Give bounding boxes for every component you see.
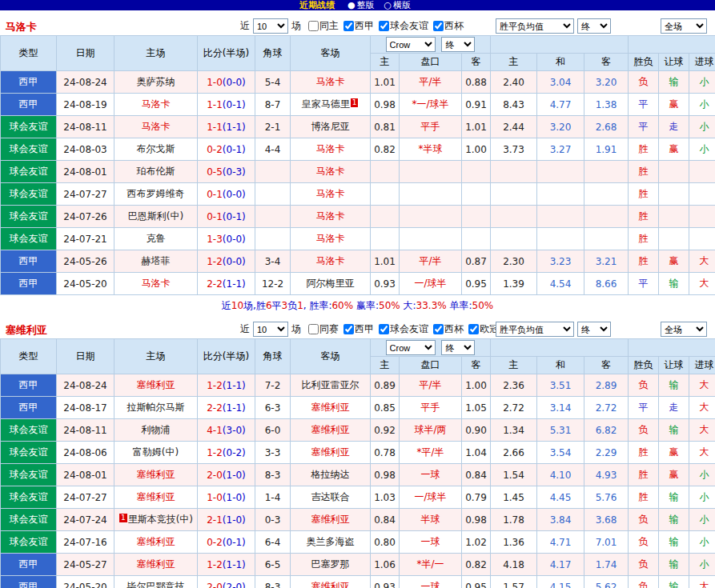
col-corner: 角球 [255,339,291,374]
home-team: 塞维利亚 [114,486,198,509]
half-time-score: (0-2) [223,447,246,458]
match-date: 24-08-24 [57,374,114,397]
handicap-line: 平/半 [400,71,462,94]
match-score: 2-1(1-0) [198,509,255,531]
col-result: 胜负 [629,54,659,71]
league-type: 西甲 [1,576,57,588]
checkbox-input[interactable] [433,324,444,334]
odds-final-select[interactable]: 终 [441,340,475,355]
away-odds: 0.87 [462,250,491,273]
filter-checkbox[interactable]: 同主 [304,19,339,33]
avg-home-odds: 1.78 [491,509,537,531]
section-header-bar: 塞维利亚 近 10 场 同赛西甲球会友谊西杯欧冠杯 胜平负均值 终 全场 [0,321,715,338]
match-date: 24-07-27 [57,183,114,206]
full-time-score: 0-1 [207,189,223,200]
unit-label: 场 [291,322,301,336]
checkbox-label: 球会友谊 [390,322,428,336]
goals-cell: 大 [689,250,715,273]
checkbox-input[interactable] [379,21,389,31]
goals-cell: 大 [689,576,715,588]
team-name: 塞维利亚 [311,514,350,525]
odds-provider-select[interactable]: Crow [386,37,436,52]
goals-cell: 小 [689,531,715,554]
league-type: 球会友谊 [1,138,57,161]
avg-odds-type-select[interactable]: 胜平负均值 [496,18,574,34]
filter-checkbox[interactable]: 同赛 [304,322,339,336]
filter-checkbox[interactable]: 球会友谊 [375,322,428,336]
result-cell: 胜 [629,206,659,228]
radio-horizontal-version[interactable]: ○横版 [384,0,412,10]
match-count-select[interactable]: 10 [253,18,288,34]
home-team: 1里斯本竞技(中) [114,509,198,531]
away-odds: 0.95 [462,576,491,588]
goals-cell [689,206,715,228]
match-date: 24-05-27 [57,554,114,576]
odds-final-select[interactable]: 终 [441,37,475,52]
checkbox-input[interactable] [379,324,389,334]
full-match-select[interactable]: 全场 [661,18,707,34]
team-name: 塞维利亚 [311,424,350,435]
team-name: 巴恩斯利(中) [128,210,183,222]
team-name: 比利亚雷亚尔 [302,379,360,390]
handicap-result-cell: 输 [659,554,689,576]
match-count-select[interactable]: 10 [253,322,288,337]
match-date: 24-05-26 [57,250,114,273]
match-date: 24-08-01 [57,161,114,183]
match-score: 0-1(0-0) [198,183,255,206]
checkbox-input[interactable] [433,21,444,31]
goals-cell [689,228,715,250]
goals-cell: 小 [689,116,715,138]
match-date: 24-07-26 [57,206,114,228]
radio-full-version[interactable]: ●整版 [347,0,375,10]
away-odds [462,183,491,206]
avg-home-odds: 1.39 [491,273,537,295]
filter-checkbox[interactable]: 西杯 [429,322,464,336]
summary-segment: 场,胜 [243,300,266,311]
home-team: 奥萨苏纳 [114,71,198,94]
avg-away-odds: 2.29 [584,442,629,464]
filter-checkbox[interactable]: 球会友谊 [375,19,428,33]
full-time-score: 2-0 [207,470,223,481]
away-team: 马洛卡 [291,206,371,228]
match-date: 24-08-11 [57,419,114,442]
summary-segment: 60% [331,300,353,311]
odds-provider-select[interactable]: Crow [386,340,436,355]
summary-segment: 负 [287,300,297,311]
corner-score: 5-4 [255,71,291,94]
away-team: 奥兰多海盗 [291,531,371,554]
result-cell: 负 [629,531,659,554]
home-odds: 1.06 [371,554,400,576]
match-date: 24-08-19 [57,94,114,116]
handicap-result-cell: 赢 [659,138,689,161]
filter-checkbox[interactable]: 西杯 [429,19,464,33]
handicap-result-cell: 赢 [659,442,689,464]
col-handicap-result: 让球 [659,54,689,71]
avg-odds-type-select[interactable]: 胜平负均值 [496,322,574,337]
filter-checkbox[interactable]: 西甲 [339,322,374,336]
checkbox-input[interactable] [308,324,319,334]
handicap-line: 一球 [400,464,462,486]
full-group-header [629,339,715,357]
team-name: 马洛卡 [316,233,345,244]
checkbox-input[interactable] [343,324,354,334]
avg-final-select[interactable]: 终 [577,18,611,34]
checkbox-input[interactable] [468,324,479,334]
checkbox-input[interactable] [308,21,319,31]
summary-segment: 33.3% [416,300,447,311]
handicap-line: 半球 [400,509,462,531]
match-date: 24-08-11 [57,116,114,138]
filter-checkbox[interactable]: 西甲 [339,19,374,33]
match-score: 0-1(0-1) [198,206,255,228]
layout-radios: ●整版○横版 [343,0,416,10]
avg-final-select[interactable]: 终 [577,322,611,337]
corner-score: 0-3 [255,509,291,531]
home-team: 塞维利亚 [114,554,198,576]
full-match-select[interactable]: 全场 [661,322,707,337]
away-odds: 1.01 [462,116,491,138]
league-type: 球会友谊 [1,116,57,138]
match-score: 1-2(0-2) [198,442,255,464]
summary-segment: , 胜率: [303,300,332,311]
handicap-result-cell: 赢 [659,250,689,273]
checkbox-input[interactable] [343,21,354,31]
match-date: 24-08-03 [57,138,114,161]
